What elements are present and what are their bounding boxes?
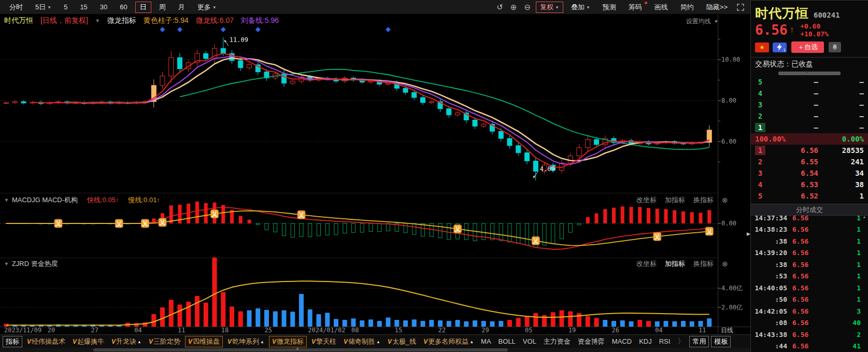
orderbook-row[interactable]: 36.5434 xyxy=(751,167,868,179)
control-改坐标[interactable]: 改坐标 xyxy=(636,259,657,269)
tab-太极_线[interactable]: V太极_线 xyxy=(385,336,419,347)
tick-price: 6.56 xyxy=(792,295,817,303)
control-换指标[interactable]: 换指标 xyxy=(693,259,714,269)
tick-trade-list[interactable]: 14:37:346.56114:38:236.561:386.56114:39:… xyxy=(751,212,868,352)
scrollbar-grip-icon[interactable]: ▼ xyxy=(295,347,300,351)
zjrd-title[interactable]: ZJRD 资金热度 xyxy=(12,259,58,269)
tab-更多名师权益[interactable]: V更多名师权益▲ xyxy=(421,336,476,347)
tool-button-简约[interactable]: 简约 xyxy=(676,2,699,13)
tick-trade-row[interactable]: :506.561 xyxy=(751,294,868,306)
period-button-月[interactable]: 月 xyxy=(174,2,190,13)
tab-储奇制胜[interactable]: V储奇制胜▲ xyxy=(341,336,383,347)
tab-VOL[interactable]: VOL xyxy=(520,337,539,346)
add-watchlist-button[interactable]: ＋自选 xyxy=(791,41,824,53)
tab-起爆擒牛[interactable]: V起爆擒牛 xyxy=(70,336,107,347)
level-price: 6.54 xyxy=(767,169,832,177)
scroll-up-icon[interactable]: ▲ xyxy=(862,215,866,219)
zoom-in-icon[interactable]: ⊕ xyxy=(510,3,517,12)
period-button-5日[interactable]: 5日▼ xyxy=(31,2,56,13)
macd-title[interactable]: MACDJG MACD-机构 xyxy=(12,195,78,205)
tick-trade-row[interactable]: :386.561 xyxy=(751,235,868,247)
level1-quote-icon[interactable]: 1 xyxy=(773,43,787,52)
control-改坐标[interactable]: 改坐标 xyxy=(636,195,657,205)
level-volume: — xyxy=(832,123,864,132)
undo-icon[interactable]: ↺ xyxy=(496,3,503,12)
orderbook-resize-handle[interactable] xyxy=(778,72,841,75)
tab-MA[interactable]: MA xyxy=(478,337,494,346)
tick-trade-row[interactable]: 14:43:386.562 xyxy=(751,329,868,341)
orderbook-row[interactable]: 3—— xyxy=(751,99,868,110)
orderbook-row[interactable]: 1—— xyxy=(751,122,868,133)
tab-主力资金[interactable]: 主力资金 xyxy=(541,336,573,347)
scrollbar-thumb[interactable] xyxy=(93,348,508,351)
orderbook-row[interactable]: 5—— xyxy=(751,76,868,88)
control-加指标[interactable]: 加指标 xyxy=(665,195,685,205)
period-button-周[interactable]: 周 xyxy=(154,2,170,13)
tab-资金博弈[interactable]: 资金博弈 xyxy=(575,336,607,347)
period-button-30[interactable]: 30 xyxy=(95,2,112,12)
period-button-15[interactable]: 15 xyxy=(75,2,92,12)
tab-RSI[interactable]: RSI xyxy=(657,337,673,346)
tick-trade-row[interactable]: 14:42:056.563 xyxy=(751,305,868,317)
tab-常用[interactable]: 常用 xyxy=(689,336,709,347)
tab-MACD[interactable]: MACD xyxy=(609,337,634,346)
tool-button-画线[interactable]: 画线 xyxy=(650,2,673,13)
tab-模板[interactable]: 模板 xyxy=(711,336,731,347)
vip-icon: V xyxy=(73,338,77,345)
bottom-scrollbar[interactable]: ▼ xyxy=(0,348,750,352)
tool-button-叠加[interactable]: 叠加▼ xyxy=(566,2,595,13)
legend-indicator-name[interactable]: 微龙指标 xyxy=(107,16,136,25)
tab-经伟操盘术[interactable]: V经伟操盘术 xyxy=(24,336,68,347)
orderbook-row[interactable]: 46.5338 xyxy=(751,179,868,190)
tab-擎天柱[interactable]: V擎天柱 xyxy=(309,336,339,347)
fullscreen-icon[interactable] xyxy=(737,4,744,11)
tick-trade-row[interactable]: 14:38:236.561 xyxy=(751,224,868,236)
tab-三阶定势[interactable]: V三阶定势 xyxy=(146,336,183,347)
close-panel-icon[interactable]: ⊗ xyxy=(722,196,728,204)
zoom-out-icon[interactable]: ⊖ xyxy=(524,3,531,12)
indicator-x-marker: 乂 xyxy=(653,232,661,241)
tab-KDJ[interactable]: KDJ xyxy=(636,337,654,346)
period-button-日[interactable]: 日 xyxy=(135,2,151,13)
control-换指标[interactable]: 换指标 xyxy=(693,195,714,205)
tab-四维操盘[interactable]: V四维操盘 xyxy=(185,336,223,347)
tick-trade-row[interactable]: :386.561 xyxy=(751,259,868,271)
tick-trade-row[interactable]: :446.5641 xyxy=(751,341,868,352)
period-button-更多[interactable]: 更多▼ xyxy=(193,2,221,13)
chevron-down-icon[interactable]: ▼ xyxy=(95,18,100,23)
set-ma-button[interactable]: 设置均线 ▼ xyxy=(674,17,718,26)
tool-button-复权[interactable]: 复权▼ xyxy=(536,2,563,13)
period-button-分时[interactable]: 分时 xyxy=(5,2,27,13)
orderbook-row[interactable]: 26.55241 xyxy=(751,156,868,167)
tick-trade-row[interactable]: :086.5640 xyxy=(751,317,868,329)
tab-指标[interactable]: 指标 xyxy=(3,336,22,347)
close-panel-icon[interactable]: ⊗ xyxy=(722,260,728,268)
tool-button-筹码[interactable]: 筹码 xyxy=(624,2,647,13)
tool-button-预测[interactable]: 预测 xyxy=(598,2,621,13)
control-加指标[interactable]: 加指标 xyxy=(665,259,685,269)
tab-微龙指标[interactable]: V微龙指标 xyxy=(269,336,307,347)
tab-升龙诀[interactable]: V升龙诀▲ xyxy=(109,336,144,347)
tool-button-隐藏>>[interactable]: 隐藏>> xyxy=(702,2,732,13)
tab-乾坤系列[interactable]: V乾坤系列▲ xyxy=(225,336,267,347)
collapse-icon[interactable]: ▼ xyxy=(4,198,9,203)
tick-trade-row[interactable]: 14:37:346.561 xyxy=(751,212,868,224)
orderbook-row[interactable]: 2—— xyxy=(751,110,868,122)
orderbook-row[interactable]: 16.5628535 xyxy=(751,145,868,156)
period-button-60[interactable]: 60 xyxy=(115,2,132,12)
tick-trade-row[interactable]: :536.561 xyxy=(751,271,868,283)
panel-collapse-handle[interactable]: ▶ xyxy=(747,231,750,236)
tick-time: :38 xyxy=(754,261,787,269)
signal-diamond-icon xyxy=(221,27,226,32)
period-button-5[interactable]: 5 xyxy=(59,2,72,12)
orderbook-row[interactable]: 56.521 xyxy=(751,190,868,202)
orderbook-row[interactable]: 4—— xyxy=(751,88,868,99)
alert-bell-icon[interactable] xyxy=(829,42,841,52)
charts-canvas[interactable]: 10.008.006.0011.094.090.00乂乂乂乂乂乂乂乂乂乂4.00… xyxy=(0,0,750,352)
tab-〉[interactable]: 〉 xyxy=(675,336,687,347)
tick-trade-row[interactable]: 14:40:056.561 xyxy=(751,282,868,294)
level-price: — xyxy=(767,123,832,132)
tick-trade-row[interactable]: 14:39:206.561 xyxy=(751,247,868,259)
collapse-icon[interactable]: ▼ xyxy=(4,261,9,266)
tab-BOLL[interactable]: BOLL xyxy=(496,337,518,346)
